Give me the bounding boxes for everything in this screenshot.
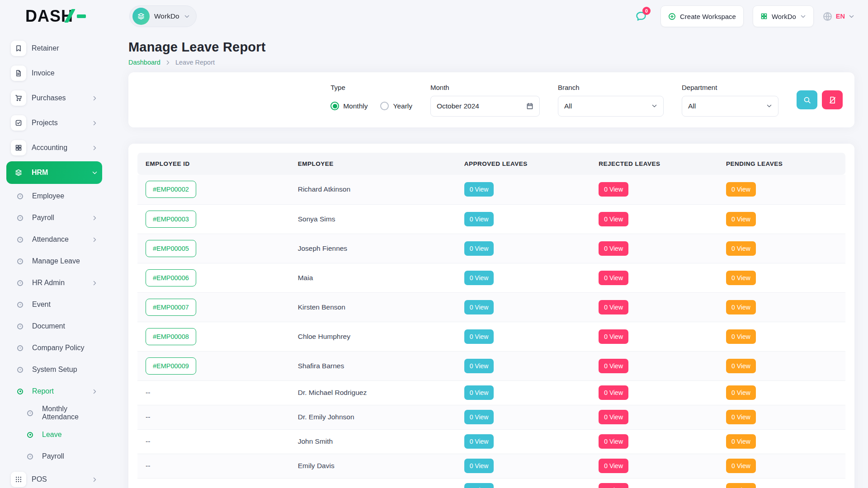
- rejected-leaves-view-badge[interactable]: 0 View: [599, 212, 628, 226]
- pending-leaves-view-badge[interactable]: 0 View: [726, 434, 756, 449]
- pending-leaves-view-badge[interactable]: 0 View: [726, 182, 756, 197]
- filter-card: Type Monthly Yearly Month October 2024 B…: [128, 72, 854, 127]
- employee-id-badge[interactable]: #EMP00006: [146, 269, 196, 286]
- approved-leaves-view-badge[interactable]: 0 View: [464, 329, 494, 344]
- sidebar-item-label: Monthly Attendance: [42, 405, 98, 421]
- employee-id-badge[interactable]: #EMP00005: [146, 240, 196, 257]
- approved-leaves-view-badge[interactable]: 0 View: [464, 182, 494, 197]
- branch-select[interactable]: All: [558, 96, 664, 117]
- circle-bullet-icon: [17, 302, 23, 308]
- sidebar-item-document[interactable]: Document: [6, 316, 102, 336]
- rejected-leaves-view-badge[interactable]: 0 View: [599, 410, 628, 424]
- rejected-leaves-view-badge[interactable]: 0 View: [599, 459, 628, 473]
- pending-leaves-view-badge[interactable]: 0 View: [726, 483, 756, 488]
- pending-leaves-view-badge[interactable]: 0 View: [726, 271, 756, 285]
- reset-filter-button[interactable]: [822, 90, 843, 109]
- approved-leaves-view-badge[interactable]: 0 View: [464, 271, 494, 285]
- rejected-leaves-view-badge[interactable]: 0 View: [599, 385, 628, 400]
- chevron-right-icon: [92, 280, 98, 286]
- yearly-radio[interactable]: Yearly: [380, 102, 412, 110]
- sidebar-item-payroll[interactable]: Payroll: [6, 446, 102, 466]
- sidebar-item-hr-admin[interactable]: HR Admin: [6, 273, 102, 293]
- sidebar-item-event[interactable]: Event: [6, 295, 102, 314]
- month-input[interactable]: October 2024: [430, 96, 540, 117]
- employee-id-badge[interactable]: #EMP00008: [146, 328, 196, 345]
- breadcrumb-dashboard-link[interactable]: Dashboard: [128, 59, 160, 66]
- approved-leaves-view-badge[interactable]: 0 View: [464, 241, 494, 256]
- sidebar-item-attendance[interactable]: Attendance: [6, 230, 102, 249]
- search-button[interactable]: [797, 90, 817, 109]
- approved-leaves-view-badge[interactable]: 0 View: [464, 300, 494, 314]
- sidebar-item-pos[interactable]: POS: [6, 468, 102, 488]
- rejected-leaves-view-badge[interactable]: 0 View: [599, 483, 628, 488]
- brand-logo[interactable]: DASH: [0, 7, 108, 26]
- circle-bullet-icon: [27, 432, 33, 438]
- sidebar-item-report[interactable]: Report: [6, 381, 102, 401]
- sidebar-item-label: Employee: [32, 192, 64, 200]
- sidebar-item-retainer[interactable]: Retainer: [6, 37, 102, 60]
- approved-leaves-view-badge[interactable]: 0 View: [464, 410, 494, 424]
- sidebar-item-employee[interactable]: Employee: [6, 186, 102, 206]
- type-radio-group: Monthly Yearly: [330, 96, 412, 117]
- monthly-radio[interactable]: Monthly: [330, 102, 368, 110]
- employee-id-text: --: [146, 437, 150, 445]
- pending-leaves-view-badge[interactable]: 0 View: [726, 410, 756, 424]
- sidebar-item-leave[interactable]: Leave: [6, 425, 102, 445]
- pending-leaves-view-badge[interactable]: 0 View: [726, 212, 756, 226]
- rejected-leaves-view-badge[interactable]: 0 View: [599, 359, 628, 373]
- employee-id-badge[interactable]: #EMP00002: [146, 181, 196, 198]
- sidebar-item-invoice[interactable]: Invoice: [6, 62, 102, 84]
- rejected-leaves-view-badge[interactable]: 0 View: [599, 434, 628, 449]
- pending-leaves-view-badge[interactable]: 0 View: [726, 359, 756, 373]
- create-workspace-button[interactable]: Create Workspace: [660, 5, 744, 27]
- employee-id-badge[interactable]: #EMP00009: [146, 357, 196, 375]
- apps-dropdown[interactable]: WorkDo: [753, 5, 814, 27]
- clear-file-icon: [829, 96, 836, 104]
- pending-leaves-view-badge[interactable]: 0 View: [726, 385, 756, 400]
- employee-id-badge[interactable]: #EMP00003: [146, 211, 196, 228]
- sidebar-item-label: System Setup: [32, 366, 77, 374]
- circle-bullet-icon: [17, 237, 23, 243]
- sidebar-item-label: HR Admin: [32, 279, 65, 287]
- yearly-radio-label: Yearly: [393, 102, 412, 110]
- sidebar-item-payroll[interactable]: Payroll: [6, 208, 102, 228]
- pending-leaves-view-badge[interactable]: 0 View: [726, 241, 756, 256]
- pending-leaves-view-badge[interactable]: 0 View: [726, 329, 756, 344]
- calendar-icon: [526, 103, 533, 110]
- messages-button[interactable]: 0: [631, 6, 651, 27]
- rejected-leaves-view-badge[interactable]: 0 View: [599, 271, 628, 285]
- department-select[interactable]: All: [682, 96, 778, 117]
- approved-leaves-view-badge[interactable]: 0 View: [464, 459, 494, 473]
- sidebar-item-projects[interactable]: Projects: [6, 112, 102, 134]
- approved-leaves-view-badge[interactable]: 0 View: [464, 212, 494, 226]
- rejected-leaves-view-badge[interactable]: 0 View: [599, 241, 628, 256]
- language-selector[interactable]: EN: [823, 12, 854, 21]
- approved-leaves-view-badge[interactable]: 0 View: [464, 434, 494, 449]
- sidebar: RetainerInvoicePurchasesProjectsAccounti…: [0, 33, 108, 488]
- employee-id-badge[interactable]: #EMP00007: [146, 299, 196, 316]
- rejected-leaves-view-badge[interactable]: 0 View: [599, 300, 628, 314]
- main-content: Manage Leave Report Dashboard Leave Repo…: [108, 0, 868, 488]
- rejected-leaves-view-badge[interactable]: 0 View: [599, 182, 628, 197]
- employee-name: Chloe Humphrey: [298, 333, 350, 340]
- approved-leaves-view-badge[interactable]: 0 View: [464, 359, 494, 373]
- sidebar-item-hrm[interactable]: HRM: [6, 161, 102, 184]
- workspace-avatar: [132, 8, 150, 25]
- sidebar-item-system-setup[interactable]: System Setup: [6, 360, 102, 380]
- type-label: Type: [330, 84, 412, 91]
- rejected-leaves-view-badge[interactable]: 0 View: [599, 329, 628, 344]
- circle-bullet-icon: [17, 215, 23, 221]
- sidebar-item-monthly-attendance[interactable]: Monthly Attendance: [6, 403, 102, 423]
- approved-leaves-view-badge[interactable]: 0 View: [464, 483, 494, 488]
- sidebar-item-purchases[interactable]: Purchases: [6, 87, 102, 109]
- sidebar-item-accounting[interactable]: Accounting: [6, 136, 102, 159]
- pending-leaves-view-badge[interactable]: 0 View: [726, 300, 756, 314]
- sidebar-item-label: POS: [32, 475, 47, 483]
- pos-icon: [11, 472, 26, 487]
- sidebar-item-company-policy[interactable]: Company Policy: [6, 338, 102, 358]
- sidebar-item-manage-leave[interactable]: Manage Leave: [6, 251, 102, 271]
- workspace-switcher[interactable]: WorkDo: [129, 5, 197, 27]
- approved-leaves-view-badge[interactable]: 0 View: [464, 385, 494, 400]
- pending-leaves-view-badge[interactable]: 0 View: [726, 459, 756, 473]
- employee-name: Maia: [298, 274, 313, 282]
